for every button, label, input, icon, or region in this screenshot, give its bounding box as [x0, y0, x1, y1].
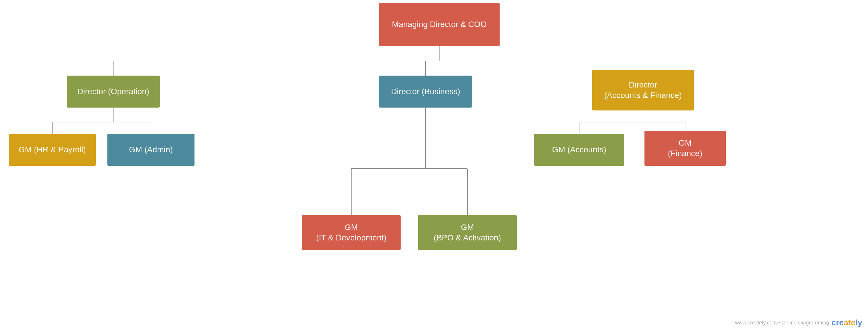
gm-bpo-node: GM(BPO & Activation) [418, 215, 517, 250]
gm-admin-node: GM (Admin) [107, 134, 194, 166]
gm-finance-node: GM(Finance) [645, 131, 726, 166]
connectors [0, 0, 868, 332]
gm-accounts-node: GM (Accounts) [534, 134, 624, 166]
director-business-node: Director (Business) [379, 76, 472, 108]
watermark: www.creately.com • Online Diagramming cr… [735, 318, 862, 327]
director-operation-node: Director (Operation) [67, 76, 160, 108]
gm-hr-payroll-node: GM (HR & Payroll) [9, 134, 96, 166]
managing-director-node: Managing Director & COO [379, 3, 500, 46]
watermark-text: www.creately.com • Online Diagramming [735, 320, 829, 326]
watermark-logo: creately [831, 318, 862, 327]
director-finance-node: Director(Accounts & Finance) [592, 70, 694, 110]
org-chart: Managing Director & COO Director (Operat… [0, 0, 868, 332]
gm-it-dev-node: GM(IT & Development) [302, 215, 401, 250]
